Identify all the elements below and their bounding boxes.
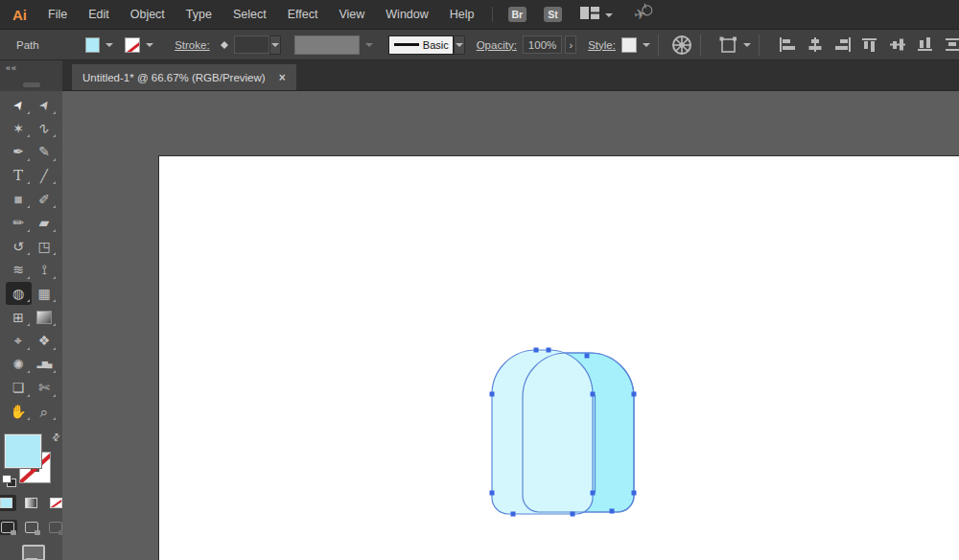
recolor-artwork-icon[interactable] bbox=[671, 35, 692, 56]
style-chevron-icon[interactable] bbox=[643, 43, 650, 51]
tool-selection-tool[interactable]: ➤ bbox=[6, 93, 32, 117]
pasteboard[interactable] bbox=[62, 91, 959, 560]
menu-help[interactable]: Help bbox=[439, 8, 485, 21]
tool-rectangle-tool[interactable]: ■ bbox=[6, 187, 32, 211]
bridge-button[interactable]: Br bbox=[508, 7, 527, 23]
anchor-point[interactable] bbox=[511, 512, 516, 517]
artwork-overlay[interactable] bbox=[62, 91, 959, 560]
anchor-point[interactable] bbox=[610, 509, 615, 514]
anchor-point[interactable] bbox=[547, 348, 551, 353]
tool-shaper-tool[interactable]: ✏ bbox=[6, 211, 32, 235]
anchor-point[interactable] bbox=[591, 491, 596, 496]
menu-select[interactable]: Select bbox=[222, 8, 277, 21]
anchor-point[interactable] bbox=[632, 491, 637, 496]
document-tab[interactable]: Untitled-1* @ 66.67% (RGB/Preview) × bbox=[72, 64, 296, 90]
fill-color-swatch[interactable] bbox=[85, 37, 101, 53]
tool-blend-tool[interactable]: ❖ bbox=[32, 329, 58, 353]
style-label[interactable]: Style: bbox=[588, 39, 616, 51]
workspace-chevron-icon[interactable] bbox=[605, 13, 613, 21]
opacity-field[interactable]: 100% bbox=[523, 35, 562, 54]
tab-close-icon[interactable]: × bbox=[279, 71, 286, 84]
tool-scale-tool[interactable]: ◳ bbox=[32, 235, 58, 259]
tool-column-graph-tool[interactable]: ▂▆▄ bbox=[32, 353, 58, 377]
control-bar: Path Stroke: Basic Opacity: 100% › Style… bbox=[0, 29, 959, 60]
none-button[interactable] bbox=[47, 495, 63, 511]
draw-behind-icon[interactable] bbox=[22, 520, 41, 535]
stroke-weight-label[interactable]: Stroke: bbox=[175, 39, 209, 51]
tool-artboard-tool[interactable]: ❏ bbox=[6, 376, 32, 400]
fill-chevron-icon[interactable] bbox=[105, 43, 113, 51]
tool-mesh-tool[interactable]: ⊞ bbox=[6, 305, 32, 329]
tool-paintbrush-tool[interactable]: ✐ bbox=[32, 187, 58, 211]
swap-fill-stroke-icon[interactable]: ⇄ bbox=[49, 431, 62, 444]
stroke-weight-stepper[interactable] bbox=[220, 35, 229, 55]
menu-edit[interactable]: Edit bbox=[78, 8, 120, 21]
style-swatch[interactable] bbox=[621, 37, 637, 53]
anchor-point[interactable] bbox=[490, 491, 495, 496]
stroke-color-swatch[interactable] bbox=[125, 37, 140, 53]
tool-shape-builder-tool[interactable]: ◍ bbox=[6, 282, 32, 306]
tool-slice-tool[interactable]: ✄ bbox=[32, 376, 58, 400]
tool-magic-wand-tool[interactable]: ✶ bbox=[6, 117, 32, 141]
anchor-point[interactable] bbox=[490, 392, 495, 397]
screen-mode-icon[interactable] bbox=[19, 545, 44, 560]
toolbar-grip[interactable] bbox=[23, 82, 40, 87]
front-arch[interactable] bbox=[492, 350, 593, 514]
tool-line-segment-tool[interactable]: ╱ bbox=[32, 164, 58, 188]
vertical-align-center-icon[interactable] bbox=[890, 37, 907, 52]
draw-normal-icon[interactable] bbox=[0, 520, 17, 535]
opacity-label[interactable]: Opacity: bbox=[477, 39, 517, 51]
tool-type-tool[interactable]: T bbox=[6, 164, 32, 188]
anchor-point[interactable] bbox=[571, 512, 575, 517]
tool-puppet-warp-tool[interactable]: ⟟ bbox=[32, 258, 58, 282]
tool-gradient-tool[interactable] bbox=[32, 305, 58, 329]
brush-chevron-icon[interactable] bbox=[454, 35, 465, 55]
default-fill-stroke-icon[interactable] bbox=[2, 475, 15, 486]
collapse-panel-icon[interactable]: «« bbox=[6, 63, 17, 73]
tool-rotate-tool[interactable]: ↺ bbox=[6, 235, 32, 259]
anchor-point[interactable] bbox=[585, 354, 590, 359]
workspace-switcher-icon[interactable] bbox=[580, 7, 599, 22]
horizontal-align-left-icon[interactable] bbox=[779, 37, 796, 52]
vertical-align-top-icon[interactable] bbox=[862, 37, 879, 52]
stroke-weight-field[interactable] bbox=[234, 35, 270, 54]
color-button[interactable] bbox=[0, 495, 16, 511]
horizontal-align-right-icon[interactable] bbox=[834, 37, 852, 52]
distribute-icon[interactable] bbox=[946, 37, 959, 52]
tool-symbol-sprayer-tool[interactable]: ✺ bbox=[6, 353, 32, 377]
tool-eraser-tool[interactable]: ▰ bbox=[32, 211, 58, 235]
menu-window[interactable]: Window bbox=[375, 8, 438, 21]
anchor-point[interactable] bbox=[534, 348, 539, 353]
tool-curvature-tool[interactable]: ✎ bbox=[32, 140, 58, 164]
gradient-button[interactable] bbox=[22, 495, 41, 511]
tool-pen-tool[interactable]: ✒ bbox=[6, 140, 32, 164]
menu-object[interactable]: Object bbox=[120, 8, 175, 21]
brush-stroke-preview bbox=[394, 43, 419, 46]
opacity-expand-button[interactable]: › bbox=[565, 35, 576, 54]
shape-options-icon[interactable] bbox=[718, 35, 751, 55]
vertical-align-bottom-icon[interactable] bbox=[918, 37, 935, 52]
menu-type[interactable]: Type bbox=[175, 8, 222, 21]
menu-file[interactable]: File bbox=[37, 8, 78, 21]
fill-indicator[interactable] bbox=[5, 434, 41, 468]
menu-effect[interactable]: Effect bbox=[277, 8, 329, 21]
width-profile-select[interactable] bbox=[294, 35, 360, 55]
tool-perspective-grid-tool[interactable]: ▦ bbox=[32, 282, 58, 306]
tool-lasso-tool[interactable]: ∿ bbox=[32, 117, 58, 141]
stroke-weight-chevron-icon[interactable] bbox=[269, 35, 281, 55]
anchor-point[interactable] bbox=[591, 392, 596, 397]
controlbar-divider bbox=[658, 35, 659, 56]
tool-width-tool[interactable]: ≋ bbox=[6, 258, 32, 282]
anchor-point[interactable] bbox=[632, 392, 637, 397]
tools-panel: ➤➤✶∿✒✎T╱■✐✏▰↺◳≋⟟◍▦⊞⌖❖✺▂▆▄❏✄✋⌕ ⇄ bbox=[0, 91, 62, 560]
tool-hand-tool[interactable]: ✋ bbox=[6, 400, 32, 424]
tool-zoom-tool[interactable]: ⌕ bbox=[32, 400, 58, 424]
horizontal-align-center-icon[interactable] bbox=[807, 37, 824, 52]
brush-definition-select[interactable]: Basic bbox=[388, 35, 454, 55]
stock-button[interactable]: St bbox=[544, 7, 562, 23]
tool-eyedropper-tool[interactable]: ⌖ bbox=[6, 329, 32, 353]
menu-view[interactable]: View bbox=[328, 8, 375, 21]
eraser-tool-icon: ▰ bbox=[39, 216, 50, 229]
stroke-chevron-icon[interactable] bbox=[146, 43, 153, 51]
tool-direct-selection-tool[interactable]: ➤ bbox=[32, 93, 58, 117]
